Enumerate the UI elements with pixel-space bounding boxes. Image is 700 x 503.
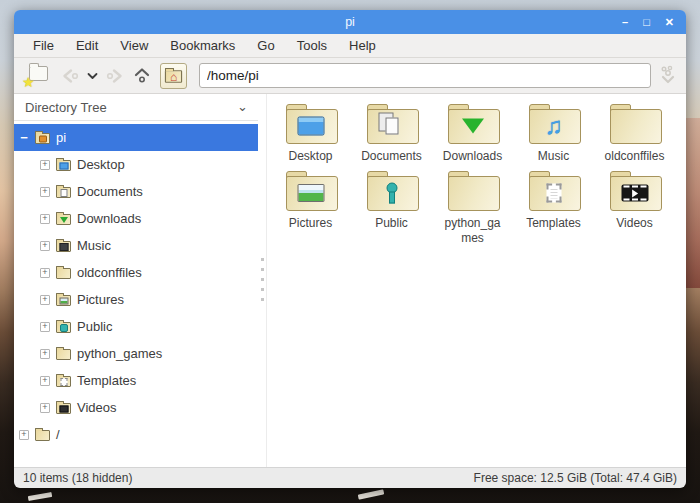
expand-expander-icon[interactable]: +: [40, 268, 50, 278]
file-item-label: python_games: [441, 216, 505, 246]
close-button[interactable]: ✕: [665, 17, 674, 28]
free-space-text: Free space: 12.5 GiB (Total: 47.4 GiB): [474, 471, 677, 485]
file-item-label: Desktop: [288, 149, 332, 164]
menubar: File Edit View Bookmarks Go Tools Help: [14, 34, 686, 58]
menu-view[interactable]: View: [109, 35, 159, 56]
jump-to-icon[interactable]: [658, 65, 678, 87]
sidebar-item-label: Desktop: [77, 157, 125, 172]
expand-expander-icon[interactable]: +: [40, 187, 50, 197]
sidebar-item-root[interactable]: + /: [14, 421, 258, 448]
folder-icon: [56, 241, 71, 252]
file-item-videos[interactable]: Videos: [594, 166, 675, 246]
history-chevron-down-icon[interactable]: [87, 72, 98, 80]
file-item-documents[interactable]: Documents: [351, 99, 432, 164]
folder-icon: [367, 171, 417, 209]
folder-icon: [56, 187, 71, 198]
desktop-wallpaper: [686, 118, 700, 288]
file-item-oldconffiles[interactable]: oldconffiles: [594, 99, 675, 164]
sidebar-item-label: Music: [77, 238, 111, 253]
sidebar-item-label: pi: [56, 130, 66, 145]
expand-expander-icon[interactable]: +: [40, 241, 50, 251]
sidebar-item-python-games[interactable]: + python_games: [14, 340, 258, 367]
folder-icon: [448, 171, 498, 209]
sidebar-item-downloads[interactable]: + Downloads: [14, 205, 258, 232]
file-item-desktop[interactable]: Desktop: [270, 99, 351, 164]
sidebar-item-pi[interactable]: − pi: [14, 124, 258, 151]
titlebar[interactable]: pi – □ ✕: [14, 10, 686, 34]
file-item-downloads[interactable]: Downloads: [432, 99, 513, 164]
download-arrow-icon: [462, 119, 484, 134]
content-area: Directory Tree ⌄ − pi + Desktop + Doc: [14, 94, 686, 467]
menu-tools[interactable]: Tools: [286, 35, 338, 56]
menu-file[interactable]: File: [22, 35, 65, 56]
folder-icon: [35, 430, 50, 441]
file-item-pictures[interactable]: Pictures: [270, 166, 351, 246]
back-icon[interactable]: [59, 68, 81, 84]
expand-expander-icon[interactable]: +: [40, 376, 50, 386]
toolbar: ★ ⌂: [14, 58, 686, 94]
minimize-button[interactable]: –: [622, 17, 628, 28]
sidebar-item-label: /: [56, 427, 60, 442]
sidebar-item-music[interactable]: + Music: [14, 232, 258, 259]
chevron-down-icon: ⌄: [237, 104, 248, 109]
expand-expander-icon[interactable]: +: [40, 160, 50, 170]
folder-icon: [286, 171, 336, 209]
expand-expander-icon[interactable]: +: [40, 403, 50, 413]
sidebar-item-label: Downloads: [77, 211, 141, 226]
folder-icon: [448, 104, 498, 142]
folder-icon: [610, 171, 660, 209]
folder-icon: [529, 104, 579, 142]
file-item-music[interactable]: Music: [513, 99, 594, 164]
expand-expander-icon[interactable]: +: [40, 322, 50, 332]
new-tab-icon[interactable]: ★: [24, 66, 48, 85]
file-item-label: Documents: [361, 149, 422, 164]
pane-splitter[interactable]: [258, 94, 267, 467]
file-manager-window: pi – □ ✕ File Edit View Bookmarks Go Too…: [14, 10, 686, 488]
collapse-expander-icon[interactable]: −: [19, 133, 29, 143]
file-item-label: Templates: [526, 216, 581, 231]
file-item-public[interactable]: Public: [351, 166, 432, 246]
home-button[interactable]: ⌂: [160, 63, 187, 89]
sidebar-item-desktop[interactable]: + Desktop: [14, 151, 258, 178]
folder-icon: [367, 104, 417, 142]
sidebar-item-public[interactable]: + Public: [14, 313, 258, 340]
statusbar: 10 items (18 hidden) Free space: 12.5 Gi…: [14, 467, 686, 488]
sidebar-item-label: Templates: [77, 373, 136, 388]
sidebar-item-label: Documents: [77, 184, 143, 199]
sidebar-item-videos[interactable]: + Videos: [14, 394, 258, 421]
folder-icon: [56, 322, 71, 333]
sidebar-item-oldconffiles[interactable]: + oldconffiles: [14, 259, 258, 286]
sidebar-item-documents[interactable]: + Documents: [14, 178, 258, 205]
directory-tree: − pi + Desktop + Documents +: [14, 121, 258, 467]
sidebar-item-templates[interactable]: + Templates: [14, 367, 258, 394]
file-item-label: Music: [538, 149, 569, 164]
forward-icon[interactable]: [104, 68, 126, 84]
sidebar-item-label: Pictures: [77, 292, 124, 307]
picture-emblem-icon: [297, 184, 324, 202]
expand-expander-icon[interactable]: +: [19, 430, 29, 440]
expand-expander-icon[interactable]: +: [40, 295, 50, 305]
sidebar-item-pictures[interactable]: + Pictures: [14, 286, 258, 313]
broadcast-antenna-icon: [382, 183, 402, 204]
expand-expander-icon[interactable]: +: [40, 214, 50, 224]
file-item-python-games[interactable]: python_games: [432, 166, 513, 246]
sidebar-mode-selector[interactable]: Directory Tree ⌄: [14, 94, 258, 121]
expand-expander-icon[interactable]: +: [40, 349, 50, 359]
filmstrip-icon: [621, 185, 648, 202]
folder-icon: [529, 171, 579, 209]
folder-icon: [56, 349, 71, 360]
menu-go[interactable]: Go: [246, 35, 285, 56]
window-controls: – □ ✕: [622, 10, 674, 34]
menu-edit[interactable]: Edit: [65, 35, 109, 56]
up-icon[interactable]: [132, 66, 152, 86]
file-item-label: Downloads: [443, 149, 502, 164]
file-item-templates[interactable]: Templates: [513, 166, 594, 246]
menu-bookmarks[interactable]: Bookmarks: [159, 35, 246, 56]
maximize-button[interactable]: □: [643, 17, 650, 28]
menu-help[interactable]: Help: [338, 35, 387, 56]
folder-icon: [610, 104, 660, 142]
folder-icon: [56, 160, 71, 171]
address-bar-input[interactable]: [199, 63, 651, 88]
file-item-label: Public: [375, 216, 408, 231]
road-marking: [28, 492, 53, 501]
